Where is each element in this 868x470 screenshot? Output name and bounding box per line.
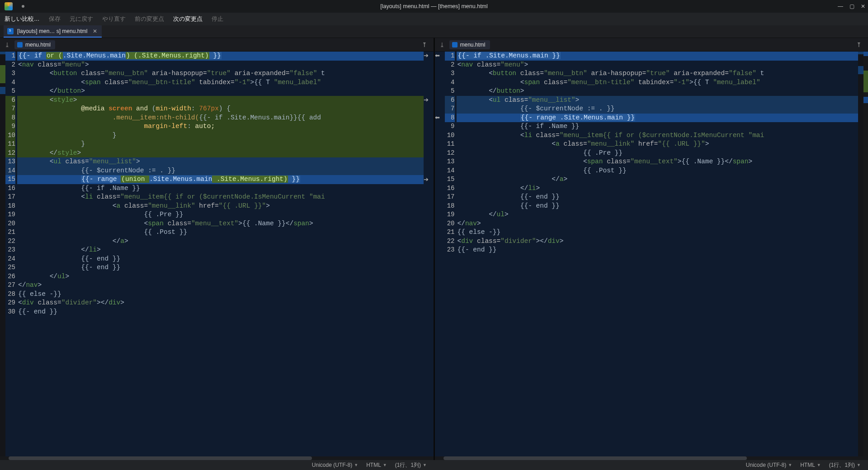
right-code[interactable]: {{- if .Site.Menus.main }}<nav class="me…	[457, 52, 859, 456]
right-file-chip[interactable]: menu.html	[449, 40, 490, 49]
merge-left-icon[interactable]: ⬅	[435, 114, 440, 121]
html-file-icon	[452, 42, 458, 47]
left-minimap[interactable]	[0, 52, 5, 456]
left-pane: 1234567891011121314151617181920212223242…	[0, 52, 434, 456]
app-icon	[5, 2, 13, 10]
right-pane: ⬅ ⬅ 123456789101112131415161718192021222…	[435, 52, 868, 456]
html-file-icon	[7, 28, 14, 34]
upload-icon[interactable]: ⤒	[856, 41, 862, 48]
tab-active[interactable]: [layouts] men… s] menu.html ✕	[4, 25, 102, 38]
window-controls: — ▢ ✕	[838, 3, 865, 9]
statusbar: Unicode (UTF-8)▼ HTML▼ (1行、1列)▼ Unicode …	[0, 460, 868, 470]
toolbar-redo[interactable]: やり直す	[102, 15, 126, 23]
status-cursor[interactable]: (1行、1列)▼	[829, 461, 861, 469]
toolbar-new-compare[interactable]: 新しい比較…	[5, 15, 40, 23]
download-icon[interactable]: ⤓	[439, 41, 445, 48]
minimize-button[interactable]: —	[838, 3, 843, 9]
html-file-icon	[17, 42, 23, 47]
toolbar-undo[interactable]: 元に戻す	[70, 15, 93, 23]
toolbar: 新しい比較… 保存 元に戻す やり直す 前の変更点 次の変更点 停止	[0, 13, 868, 25]
merge-right-icon[interactable]: ➔	[424, 52, 429, 59]
right-hscroll[interactable]	[435, 456, 868, 460]
left-file-name: menu.html	[25, 42, 51, 48]
close-button[interactable]: ✕	[861, 3, 865, 9]
left-code[interactable]: {{- if or (.Site.Menus.main) (.Site.Menu…	[17, 52, 424, 456]
hscroll-row	[0, 456, 868, 460]
status-language[interactable]: HTML▼	[366, 462, 387, 468]
editor-row: 1234567891011121314151617181920212223242…	[0, 52, 868, 456]
maximize-button[interactable]: ▢	[849, 3, 854, 9]
status-cursor[interactable]: (1行、1列)▼	[395, 461, 427, 469]
window-title: [layouts] menu.html — [themes] menu.html	[0, 3, 868, 9]
status-encoding[interactable]: Unicode (UTF-8)▼	[312, 462, 358, 468]
titlebar: [layouts] menu.html — [themes] menu.html…	[0, 0, 868, 13]
right-file-name: menu.html	[460, 42, 486, 48]
toolbar-next-change[interactable]: 次の変更点	[173, 15, 203, 23]
right-markers: ⬅ ⬅	[435, 52, 445, 456]
right-gutter: 1234567891011121314151617181920212223	[445, 52, 457, 456]
toolbar-save[interactable]: 保存	[49, 15, 61, 23]
right-pane-header: ⤓ menu.html ⤒	[435, 38, 868, 51]
merge-right-icon[interactable]: ➔	[424, 176, 429, 183]
left-gutter: 1234567891011121314151617181920212223242…	[5, 52, 17, 456]
tabbar: [layouts] men… s] menu.html ✕	[0, 25, 868, 38]
merge-left-icon[interactable]: ⬅	[435, 52, 440, 59]
toolbar-prev-change[interactable]: 前の変更点	[135, 15, 164, 23]
left-markers: ➔ ➔ ➔	[424, 52, 434, 456]
traffic-dot	[22, 5, 24, 8]
pane-header-row: ⤓ menu.html ⤒ ⤓ menu.html ⤒	[0, 38, 868, 52]
right-minimap[interactable]	[858, 52, 863, 456]
upload-icon[interactable]: ⤒	[422, 41, 427, 48]
status-language[interactable]: HTML▼	[800, 462, 821, 468]
right-status: Unicode (UTF-8)▼ HTML▼ (1行、1列)▼	[434, 460, 868, 470]
tab-close-icon[interactable]: ✕	[93, 28, 97, 34]
toolbar-stop[interactable]: 停止	[212, 15, 223, 23]
download-icon[interactable]: ⤓	[5, 41, 10, 48]
merge-right-icon[interactable]: ➔	[424, 96, 429, 103]
right-scroll-strip[interactable]	[863, 52, 868, 456]
status-encoding[interactable]: Unicode (UTF-8)▼	[746, 462, 792, 468]
left-status: Unicode (UTF-8)▼ HTML▼ (1行、1列)▼	[0, 460, 434, 470]
tab-label: [layouts] men… s] menu.html	[17, 28, 87, 34]
left-hscroll[interactable]	[0, 456, 434, 460]
left-pane-header: ⤓ menu.html ⤒	[0, 38, 434, 51]
left-file-chip[interactable]: menu.html	[14, 40, 55, 49]
